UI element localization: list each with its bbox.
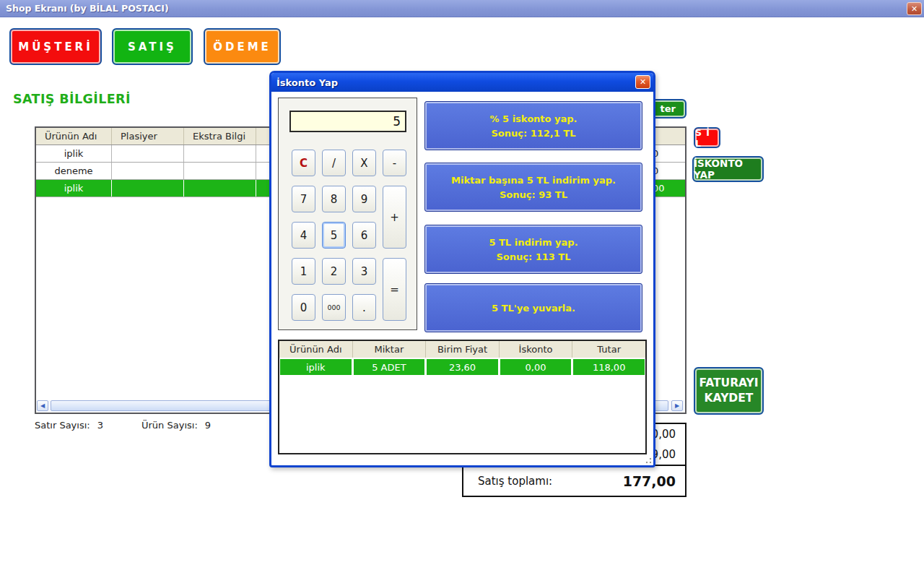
- calc-key-9[interactable]: 9: [352, 186, 376, 212]
- calc-key-6[interactable]: 6: [352, 222, 376, 249]
- calc-key-equals[interactable]: =: [383, 258, 406, 321]
- calc-key-divide[interactable]: /: [322, 150, 346, 176]
- column-header-iskonto[interactable]: İskonto: [499, 341, 572, 358]
- nav-button-satis[interactable]: SATIŞ: [112, 28, 193, 65]
- cell-product-name: iplik: [280, 359, 352, 375]
- discount-option-per-quantity[interactable]: Miktar başına 5 TL indirim yap. Sonuç: 9…: [424, 163, 642, 212]
- discount-option-percent[interactable]: % 5 iskonto yap. Sonuç: 112,1 TL: [424, 101, 642, 150]
- discount-option-result: Sonuç: 112,1 TL: [491, 128, 575, 139]
- sale-total-value: 177,00: [623, 473, 676, 489]
- sale-total-label: Satış toplamı:: [478, 475, 552, 488]
- column-header-ekstra-bilgi[interactable]: Ekstra Bilgi: [183, 128, 256, 144]
- calc-key-1[interactable]: 1: [292, 258, 315, 285]
- cell-ekstra: [183, 180, 256, 197]
- shop-window: Shop Ekranı (by BİLAL POSTACI) ✕ MÜŞTERİ…: [0, 0, 924, 578]
- column-header-birim-fiyat[interactable]: Birim Fiyat: [425, 341, 499, 358]
- calc-key-8[interactable]: 8: [322, 186, 346, 212]
- calc-key-minus[interactable]: -: [383, 150, 406, 176]
- cell-plasiyer: [111, 180, 183, 197]
- cell-edge-value: 0: [650, 145, 685, 162]
- cell-ekstra: [183, 163, 256, 179]
- column-header-urunun-adi[interactable]: Ürünün Adı: [36, 128, 111, 144]
- column-header-plasiyer[interactable]: Plasiyer: [111, 128, 183, 144]
- dialog-close-icon[interactable]: ✕: [635, 75, 650, 89]
- cell-edge-value: 00: [650, 180, 685, 197]
- calc-key-decimal[interactable]: .: [352, 294, 376, 321]
- dialog-item-table: Ürünün Adı Miktar Birim Fiyat İskonto Tu…: [278, 340, 647, 454]
- delete-button[interactable]: S İ L: [694, 127, 720, 148]
- scroll-right-arrow-icon[interactable]: ▶: [671, 400, 683, 411]
- calc-key-4[interactable]: 4: [292, 222, 315, 249]
- column-header-miktar[interactable]: Miktar: [352, 341, 426, 358]
- product-count-value: 9: [205, 420, 211, 431]
- dialog-title: İskonto Yap: [271, 77, 338, 88]
- dialog-table-row-selected[interactable]: iplik 5 ADET 23,60 0,00 118,00: [280, 359, 645, 375]
- calc-key-5[interactable]: 5: [322, 222, 346, 249]
- dialog-titlebar[interactable]: İskonto Yap ✕: [271, 73, 653, 92]
- window-title: Shop Ekranı (by BİLAL POSTACI): [0, 3, 169, 14]
- cell-plasiyer: [111, 163, 183, 179]
- discount-option-text: % 5 iskonto yap.: [490, 113, 578, 124]
- discount-option-flat[interactable]: 5 TL indirim yap. Sonuç: 113 TL: [424, 225, 642, 274]
- discount-option-text: 5 TL indirim yap.: [489, 237, 578, 248]
- row-count-label: Satır Sayısı:: [35, 420, 90, 431]
- calc-key-multiply[interactable]: X: [352, 150, 376, 176]
- calc-key-0[interactable]: 0: [292, 294, 315, 321]
- discount-option-text: 5 TL'ye yuvarla.: [492, 303, 575, 314]
- window-close-icon[interactable]: ✕: [907, 2, 922, 15]
- cell-edge-value: 0: [650, 163, 685, 179]
- cell-product-name: deneme: [36, 163, 111, 179]
- resize-grip-icon[interactable]: [644, 456, 652, 464]
- calc-key-clear[interactable]: C: [292, 150, 315, 176]
- cell-product-name: iplik: [36, 145, 111, 162]
- cell-amount: 118,00: [573, 359, 645, 375]
- product-count-label: Ürün Sayısı:: [141, 420, 198, 431]
- nav-button-musteri[interactable]: MÜŞTERİ: [9, 28, 102, 65]
- discount-option-result: Sonuç: 93 TL: [500, 189, 567, 200]
- calc-key-7[interactable]: 7: [292, 186, 315, 212]
- page-title: SATIŞ BİLGİLERİ: [13, 92, 131, 106]
- sale-total-row: Satış toplamı: 177,00: [463, 465, 685, 496]
- cell-quantity: 5 ADET: [354, 359, 425, 375]
- calc-key-3[interactable]: 3: [352, 258, 376, 285]
- discount-button[interactable]: İSKONTO YAP: [692, 156, 764, 182]
- product-count: Ürün Sayısı:9: [141, 420, 211, 431]
- cell-ekstra: [183, 145, 256, 162]
- calculator-panel: 5 C / X - 7 8 9 + 4 5 6 1 2 3 = 0 000 .: [278, 98, 417, 330]
- discount-option-text: Miktar başına 5 TL indirim yap.: [451, 175, 616, 186]
- calculator-display[interactable]: 5: [289, 111, 406, 132]
- discount-dialog: İskonto Yap ✕ 5 C / X - 7 8 9 + 4 5 6 1 …: [269, 71, 655, 467]
- column-header-urunun-adi[interactable]: Ürünün Adı: [279, 341, 352, 358]
- nav-button-odeme[interactable]: ÖDEME: [204, 28, 281, 65]
- dialog-table-header: Ürünün Adı Miktar Birim Fiyat İskonto Tu…: [279, 341, 645, 358]
- save-invoice-line2: KAYDET: [705, 391, 754, 406]
- cell-product-name: iplik: [36, 180, 111, 197]
- cell-plasiyer: [111, 145, 183, 162]
- discount-option-result: Sonuç: 113 TL: [496, 251, 570, 262]
- row-count: Satır Sayısı:3: [35, 420, 103, 431]
- cell-unit-price: 23,60: [427, 359, 498, 375]
- save-invoice-line1: FATURAYI: [699, 376, 758, 391]
- scroll-left-arrow-icon[interactable]: ◀: [37, 400, 48, 411]
- column-header-tutar[interactable]: Tutar: [572, 341, 645, 358]
- calc-key-2[interactable]: 2: [322, 258, 346, 285]
- window-titlebar: Shop Ekranı (by BİLAL POSTACI) ✕: [0, 0, 924, 17]
- discount-option-round[interactable]: 5 TL'ye yuvarla.: [424, 283, 642, 332]
- calc-key-plus[interactable]: +: [383, 186, 406, 249]
- column-header-edge: [650, 128, 685, 144]
- row-count-value: 3: [97, 420, 103, 431]
- calc-key-000[interactable]: 000: [322, 294, 346, 321]
- save-invoice-button[interactable]: FATURAYI KAYDET: [694, 367, 764, 415]
- cell-discount: 0,00: [500, 359, 572, 375]
